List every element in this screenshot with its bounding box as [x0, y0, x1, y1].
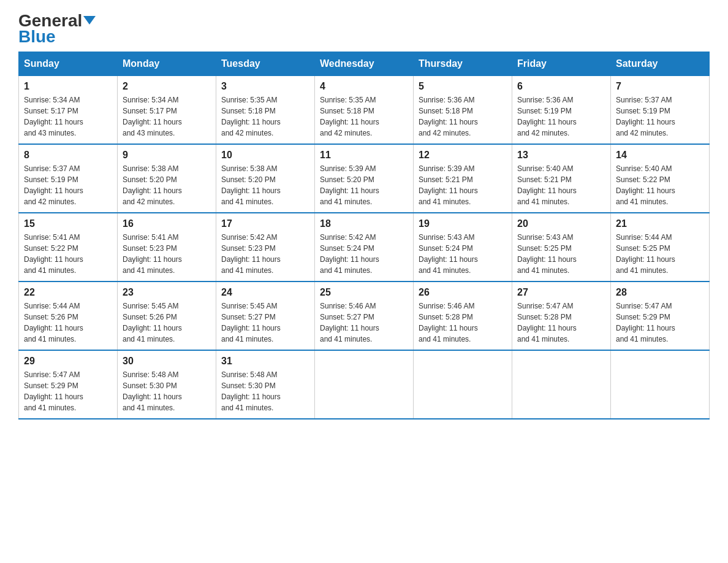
day-info: Sunrise: 5:38 AMSunset: 5:20 PMDaylight:…	[123, 163, 211, 207]
calendar-day-cell: 19Sunrise: 5:43 AMSunset: 5:24 PMDayligh…	[414, 213, 512, 282]
header-wednesday: Wednesday	[315, 52, 414, 76]
day-info: Sunrise: 5:44 AMSunset: 5:26 PMDaylight:…	[24, 301, 112, 345]
logo: General Blue	[18, 12, 96, 45]
day-number: 5	[419, 81, 507, 92]
day-info: Sunrise: 5:45 AMSunset: 5:26 PMDaylight:…	[123, 301, 211, 345]
day-info: Sunrise: 5:37 AMSunset: 5:19 PMDaylight:…	[24, 163, 112, 207]
calendar-day-cell: 9Sunrise: 5:38 AMSunset: 5:20 PMDaylight…	[118, 144, 216, 213]
header-monday: Monday	[118, 52, 216, 76]
calendar-day-cell: 13Sunrise: 5:40 AMSunset: 5:21 PMDayligh…	[512, 144, 611, 213]
calendar-day-cell: 16Sunrise: 5:41 AMSunset: 5:23 PMDayligh…	[118, 213, 216, 282]
calendar-day-cell: 6Sunrise: 5:36 AMSunset: 5:19 PMDaylight…	[512, 76, 611, 145]
day-number: 14	[616, 150, 704, 161]
day-info: Sunrise: 5:47 AMSunset: 5:28 PMDaylight:…	[517, 301, 605, 345]
day-info: Sunrise: 5:44 AMSunset: 5:25 PMDaylight:…	[616, 232, 704, 276]
day-info: Sunrise: 5:46 AMSunset: 5:28 PMDaylight:…	[419, 301, 507, 345]
day-info: Sunrise: 5:38 AMSunset: 5:20 PMDaylight:…	[221, 163, 309, 207]
day-number: 11	[320, 150, 408, 161]
day-number: 26	[419, 287, 507, 298]
empty-cell	[414, 350, 512, 419]
day-info: Sunrise: 5:34 AMSunset: 5:17 PMDaylight:…	[123, 94, 211, 139]
header-tuesday: Tuesday	[216, 52, 315, 76]
day-number: 6	[517, 81, 605, 92]
day-number: 27	[517, 287, 605, 298]
calendar-day-cell: 1Sunrise: 5:34 AMSunset: 5:17 PMDaylight…	[19, 76, 118, 145]
day-info: Sunrise: 5:35 AMSunset: 5:18 PMDaylight:…	[320, 94, 408, 139]
day-number: 15	[24, 218, 112, 229]
calendar-day-cell: 10Sunrise: 5:38 AMSunset: 5:20 PMDayligh…	[216, 144, 315, 213]
calendar-day-cell: 31Sunrise: 5:48 AMSunset: 5:30 PMDayligh…	[216, 350, 315, 419]
calendar-day-cell: 29Sunrise: 5:47 AMSunset: 5:29 PMDayligh…	[19, 350, 118, 419]
day-info: Sunrise: 5:41 AMSunset: 5:22 PMDaylight:…	[24, 232, 112, 276]
day-info: Sunrise: 5:48 AMSunset: 5:30 PMDaylight:…	[123, 369, 211, 413]
calendar-table: Sunday Monday Tuesday Wednesday Thursday…	[18, 52, 710, 419]
day-number: 7	[616, 81, 704, 92]
calendar-day-cell: 18Sunrise: 5:42 AMSunset: 5:24 PMDayligh…	[315, 213, 414, 282]
calendar-week-row: 22Sunrise: 5:44 AMSunset: 5:26 PMDayligh…	[19, 282, 710, 350]
calendar-day-cell: 14Sunrise: 5:40 AMSunset: 5:22 PMDayligh…	[611, 144, 710, 213]
day-info: Sunrise: 5:41 AMSunset: 5:23 PMDaylight:…	[123, 232, 211, 276]
calendar-day-cell: 11Sunrise: 5:39 AMSunset: 5:20 PMDayligh…	[315, 144, 414, 213]
day-info: Sunrise: 5:39 AMSunset: 5:20 PMDaylight:…	[320, 163, 408, 207]
day-number: 29	[24, 356, 112, 367]
day-info: Sunrise: 5:47 AMSunset: 5:29 PMDaylight:…	[616, 301, 704, 345]
day-number: 31	[221, 356, 309, 367]
calendar-week-row: 8Sunrise: 5:37 AMSunset: 5:19 PMDaylight…	[19, 144, 710, 213]
calendar-day-cell: 28Sunrise: 5:47 AMSunset: 5:29 PMDayligh…	[611, 282, 710, 350]
day-number: 20	[517, 218, 605, 229]
day-number: 8	[24, 150, 112, 161]
calendar-day-cell: 24Sunrise: 5:45 AMSunset: 5:27 PMDayligh…	[216, 282, 315, 350]
header-saturday: Saturday	[611, 52, 710, 76]
page-header: General Blue	[18, 12, 710, 45]
calendar-day-cell: 26Sunrise: 5:46 AMSunset: 5:28 PMDayligh…	[414, 282, 512, 350]
header-friday: Friday	[512, 52, 611, 76]
calendar-day-cell: 17Sunrise: 5:42 AMSunset: 5:23 PMDayligh…	[216, 213, 315, 282]
day-number: 30	[123, 356, 211, 367]
day-info: Sunrise: 5:48 AMSunset: 5:30 PMDaylight:…	[221, 369, 309, 413]
calendar-day-cell: 8Sunrise: 5:37 AMSunset: 5:19 PMDaylight…	[19, 144, 118, 213]
day-number: 16	[123, 218, 211, 229]
header-sunday: Sunday	[19, 52, 118, 76]
calendar-week-row: 1Sunrise: 5:34 AMSunset: 5:17 PMDaylight…	[19, 76, 710, 145]
day-info: Sunrise: 5:36 AMSunset: 5:19 PMDaylight:…	[517, 94, 605, 139]
calendar-day-cell: 4Sunrise: 5:35 AMSunset: 5:18 PMDaylight…	[315, 76, 414, 145]
calendar-day-cell: 5Sunrise: 5:36 AMSunset: 5:18 PMDaylight…	[414, 76, 512, 145]
calendar-day-cell: 25Sunrise: 5:46 AMSunset: 5:27 PMDayligh…	[315, 282, 414, 350]
day-number: 22	[24, 287, 112, 298]
day-info: Sunrise: 5:40 AMSunset: 5:22 PMDaylight:…	[616, 163, 704, 207]
day-info: Sunrise: 5:40 AMSunset: 5:21 PMDaylight:…	[517, 163, 605, 207]
day-number: 10	[221, 150, 309, 161]
day-info: Sunrise: 5:34 AMSunset: 5:17 PMDaylight:…	[24, 94, 112, 139]
day-info: Sunrise: 5:35 AMSunset: 5:18 PMDaylight:…	[221, 94, 309, 139]
calendar-day-cell: 27Sunrise: 5:47 AMSunset: 5:28 PMDayligh…	[512, 282, 611, 350]
day-number: 13	[517, 150, 605, 161]
day-number: 1	[24, 81, 112, 92]
day-number: 18	[320, 218, 408, 229]
day-number: 4	[320, 81, 408, 92]
empty-cell	[315, 350, 414, 419]
day-number: 17	[221, 218, 309, 229]
calendar-day-cell: 7Sunrise: 5:37 AMSunset: 5:19 PMDaylight…	[611, 76, 710, 145]
day-info: Sunrise: 5:39 AMSunset: 5:21 PMDaylight:…	[419, 163, 507, 207]
calendar-day-cell: 23Sunrise: 5:45 AMSunset: 5:26 PMDayligh…	[118, 282, 216, 350]
calendar-day-cell: 12Sunrise: 5:39 AMSunset: 5:21 PMDayligh…	[414, 144, 512, 213]
header-row: Sunday Monday Tuesday Wednesday Thursday…	[19, 52, 710, 76]
day-info: Sunrise: 5:37 AMSunset: 5:19 PMDaylight:…	[616, 94, 704, 139]
day-number: 19	[419, 218, 507, 229]
day-number: 23	[123, 287, 211, 298]
day-number: 9	[123, 150, 211, 161]
day-number: 2	[123, 81, 211, 92]
calendar-day-cell: 15Sunrise: 5:41 AMSunset: 5:22 PMDayligh…	[19, 213, 118, 282]
day-info: Sunrise: 5:42 AMSunset: 5:24 PMDaylight:…	[320, 232, 408, 276]
day-number: 21	[616, 218, 704, 229]
day-number: 25	[320, 287, 408, 298]
calendar-day-cell: 20Sunrise: 5:43 AMSunset: 5:25 PMDayligh…	[512, 213, 611, 282]
calendar-header: Sunday Monday Tuesday Wednesday Thursday…	[19, 52, 710, 76]
day-info: Sunrise: 5:43 AMSunset: 5:24 PMDaylight:…	[419, 232, 507, 276]
calendar-body: 1Sunrise: 5:34 AMSunset: 5:17 PMDaylight…	[19, 76, 710, 419]
calendar-day-cell: 30Sunrise: 5:48 AMSunset: 5:30 PMDayligh…	[118, 350, 216, 419]
calendar-day-cell: 3Sunrise: 5:35 AMSunset: 5:18 PMDaylight…	[216, 76, 315, 145]
calendar-day-cell: 21Sunrise: 5:44 AMSunset: 5:25 PMDayligh…	[611, 213, 710, 282]
day-number: 28	[616, 287, 704, 298]
day-number: 24	[221, 287, 309, 298]
